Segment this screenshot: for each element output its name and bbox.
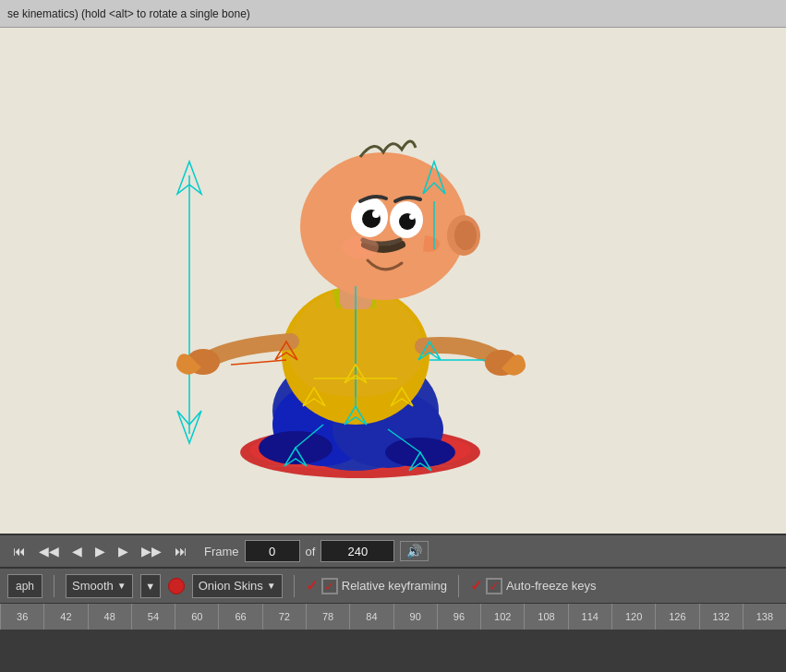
relative-keyframing-checkbox[interactable]: ✓ <box>321 578 338 594</box>
audio-button[interactable]: 🔊 <box>400 541 429 561</box>
frame-input[interactable] <box>245 540 300 562</box>
svg-point-20 <box>454 221 477 250</box>
smooth-extra-button[interactable]: ▼ <box>140 574 161 598</box>
auto-freeze-item[interactable]: ✓ ✓ Auto-freeze keys <box>470 577 597 594</box>
fast-forward-button[interactable]: ▶▶ <box>138 542 165 560</box>
ruler-numbers-container: 36 42 48 54 60 66 72 78 84 90 96 102 108… <box>0 604 786 630</box>
ruler-num-48: 48 <box>88 604 131 630</box>
ruler-num-120: 120 <box>611 604 655 630</box>
of-label: of <box>306 545 316 558</box>
onion-skins-arrow-icon: ▼ <box>267 581 276 591</box>
controls-bar: aph Smooth ▼ ▼ Onion Skins ▼ ✓ ✓ Relativ… <box>0 569 786 604</box>
svg-point-26 <box>409 214 415 220</box>
smooth-dropdown[interactable]: Smooth ▼ <box>66 574 133 598</box>
smooth-arrow-icon: ▼ <box>117 581 127 591</box>
auto-freeze-checkbox[interactable]: ✓ <box>486 578 502 594</box>
ruler-num-84: 84 <box>349 604 393 630</box>
prev-frame-button[interactable]: ◀ <box>68 542 86 560</box>
ruler-num-96: 96 <box>437 604 480 630</box>
next-frame-button[interactable]: ▶ <box>115 542 132 560</box>
ruler-num-54: 54 <box>131 604 175 630</box>
go-to-start-button[interactable]: ⏮ <box>9 542 30 560</box>
go-to-end-button[interactable]: ⏭ <box>171 542 191 560</box>
svg-point-25 <box>372 210 380 218</box>
play-button[interactable]: ▶ <box>91 542 109 560</box>
onion-skins-dropdown[interactable]: Onion Skins ▼ <box>192 574 283 598</box>
smooth-label: Smooth <box>72 579 114 593</box>
ruler-num-66: 66 <box>218 604 261 630</box>
ruler-num-114: 114 <box>568 604 611 630</box>
ruler-num-72: 72 <box>262 604 306 630</box>
ruler-num-108: 108 <box>524 604 567 630</box>
graph-button[interactable]: aph <box>7 574 42 598</box>
ruler-num-60: 60 <box>175 604 218 630</box>
ruler-num-42: 42 <box>43 604 87 630</box>
character-container <box>139 83 619 498</box>
relative-keyframing-item[interactable]: ✓ ✓ Relative keyframing <box>306 577 447 594</box>
relative-keyframing-label: Relative keyframing <box>342 579 447 593</box>
ruler-num-126: 126 <box>655 604 698 630</box>
ruler-num-36: 36 <box>0 604 43 630</box>
frame-label: Frame <box>204 545 239 558</box>
step-back-button[interactable]: ◀◀ <box>35 542 63 560</box>
status-text: se kinematics) (hold <alt> to rotate a s… <box>7 7 250 20</box>
total-frames-input[interactable] <box>320 540 394 562</box>
status-bar: se kinematics) (hold <alt> to rotate a s… <box>0 0 786 28</box>
svg-point-27 <box>342 236 379 258</box>
separator-3 <box>458 575 459 597</box>
canvas-area <box>0 28 786 534</box>
red-indicator <box>168 578 185 594</box>
ruler-num-78: 78 <box>306 604 349 630</box>
auto-freeze-check: ✓ <box>489 579 500 594</box>
ruler-num-102: 102 <box>480 604 524 630</box>
ruler-num-138: 138 <box>743 604 786 630</box>
relative-keyframing-check-icon: ✓ <box>306 577 318 594</box>
transport-bar: ⏮ ◀◀ ◀ ▶ ▶ ▶▶ ⏭ Frame of 🔊 <box>0 534 786 569</box>
auto-freeze-check-icon: ✓ <box>470 577 482 594</box>
separator-2 <box>294 575 295 597</box>
timeline-ruler[interactable]: 36 42 48 54 60 66 72 78 84 90 96 102 108… <box>0 604 786 630</box>
auto-freeze-label: Auto-freeze keys <box>506 579 597 593</box>
relative-keyframing-check: ✓ <box>324 579 335 594</box>
svg-line-32 <box>231 360 286 365</box>
ruler-num-132: 132 <box>699 604 743 630</box>
onion-skins-label: Onion Skins <box>199 579 263 593</box>
ruler-num-90: 90 <box>393 604 437 630</box>
separator-1 <box>54 575 54 597</box>
